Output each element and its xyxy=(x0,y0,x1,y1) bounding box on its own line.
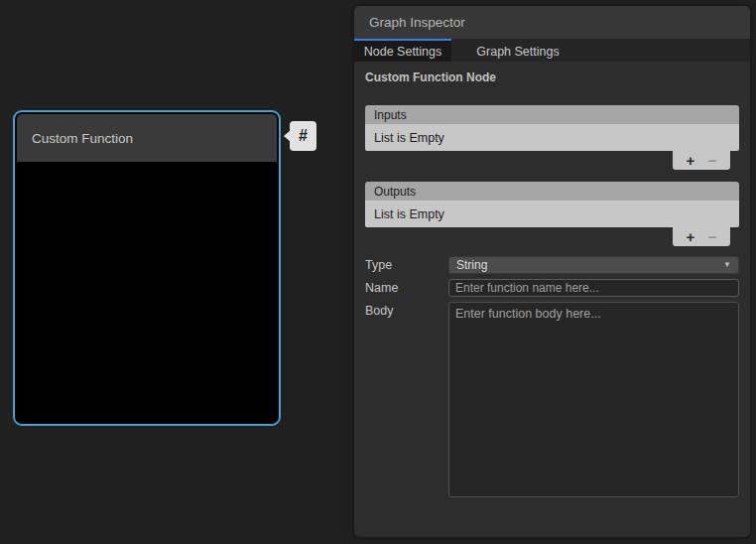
inputs-list-header-label: Inputs xyxy=(374,108,407,122)
hash-badge[interactable]: # xyxy=(290,121,316,151)
node-body xyxy=(17,163,277,422)
node-frame: Custom Function xyxy=(17,114,277,422)
inputs-remove-button[interactable]: − xyxy=(708,153,717,168)
node-title: Custom Function xyxy=(32,131,133,146)
type-label: Type xyxy=(365,256,448,272)
outputs-list-footer: + − xyxy=(365,227,739,247)
body-field-row: Body xyxy=(365,302,739,497)
inputs-list: Inputs List is Empty + − xyxy=(365,105,739,171)
name-field-row: Name xyxy=(365,279,739,297)
inputs-list-header: Inputs xyxy=(365,105,739,124)
outputs-list: Outputs List is Empty + − xyxy=(365,182,739,247)
inputs-list-footer: + − xyxy=(365,151,739,171)
outputs-empty-label: List is Empty xyxy=(374,207,444,221)
inputs-footer-box: + − xyxy=(673,151,730,170)
panel-title: Graph Inspector xyxy=(369,15,465,30)
section-heading: Custom Function Node xyxy=(365,70,739,84)
inputs-empty-row: List is Empty xyxy=(365,124,739,151)
type-field-row: Type String ▼ xyxy=(365,256,739,274)
tab-node-settings-label: Node Settings xyxy=(364,45,442,59)
tab-strip: Node Settings Graph Settings xyxy=(354,39,750,62)
hash-icon: # xyxy=(299,127,308,145)
custom-function-node[interactable]: Custom Function xyxy=(13,110,281,426)
outputs-list-header-label: Outputs xyxy=(374,185,416,199)
chevron-down-icon: ▼ xyxy=(723,261,731,269)
outputs-list-header: Outputs xyxy=(365,182,739,201)
body-textarea[interactable] xyxy=(448,302,739,497)
function-fields: Type String ▼ Name Body xyxy=(365,256,739,497)
panel-title-bar[interactable]: Graph Inspector xyxy=(354,6,750,39)
type-dropdown-value: String xyxy=(456,258,487,272)
outputs-remove-button[interactable]: − xyxy=(708,229,717,244)
inspector-content: Custom Function Node Inputs List is Empt… xyxy=(354,62,750,497)
tab-graph-settings[interactable]: Graph Settings xyxy=(451,39,584,62)
outputs-add-button[interactable]: + xyxy=(686,229,694,244)
body-label: Body xyxy=(365,302,448,318)
inputs-add-button[interactable]: + xyxy=(686,153,694,168)
name-label: Name xyxy=(365,279,448,295)
outputs-footer-box: + − xyxy=(673,227,730,246)
inputs-empty-label: List is Empty xyxy=(374,131,444,145)
name-input[interactable] xyxy=(448,279,739,297)
type-dropdown[interactable]: String ▼ xyxy=(448,256,739,274)
node-header[interactable]: Custom Function xyxy=(17,114,277,163)
graph-inspector-panel: Graph Inspector Node Settings Graph Sett… xyxy=(354,6,750,537)
tab-node-settings[interactable]: Node Settings xyxy=(354,39,451,62)
tab-graph-settings-label: Graph Settings xyxy=(476,45,559,59)
outputs-empty-row: List is Empty xyxy=(365,201,739,227)
